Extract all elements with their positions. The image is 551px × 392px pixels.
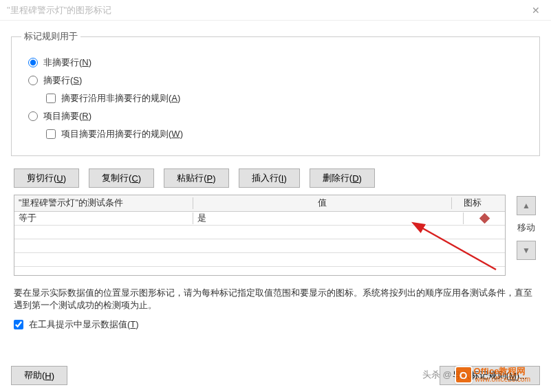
label-non-summary: 非摘要行(N) [43, 56, 91, 69]
cell-icon[interactable] [464, 215, 505, 222]
check-show-tooltip[interactable] [14, 320, 23, 329]
move-up-button[interactable]: ▲ [517, 196, 536, 215]
label-project-summary: 项目摘要(R) [43, 110, 91, 122]
cut-row-button[interactable]: 剪切行(U) [14, 168, 79, 188]
delete-row-button[interactable]: 删除行(D) [310, 168, 375, 188]
label-summary-inherit: 摘要行沿用非摘要行的规则(A) [61, 92, 180, 105]
table-row[interactable] [14, 239, 505, 253]
copy-row-button[interactable]: 复制行(C) [89, 168, 154, 188]
table-row[interactable] [14, 253, 505, 267]
rules-apply-fieldset: 标记规则用于 非摘要行(N) 摘要行(S) 摘要行沿用非摘要行的规则(A) 项目… [11, 30, 540, 156]
table-row[interactable]: 等于 是 [14, 212, 505, 226]
hint-text: 要在显示实际数据值的位置显示图形标记，请为每种标记指定取值范围和要显示的图标。系… [14, 287, 537, 312]
label-summary: 摘要行(S) [43, 74, 82, 87]
check-project-inherit[interactable] [46, 129, 56, 139]
label-show-tooltip: 在工具提示中显示数据值(T) [29, 318, 139, 331]
fieldset-legend: 标记规则用于 [21, 30, 80, 43]
cell-condition[interactable]: 等于 [14, 213, 193, 224]
col-value[interactable]: 值 [193, 197, 452, 209]
radio-summary[interactable] [28, 76, 38, 85]
titlebar: "里程碑警示灯"的图形标记 ✕ [0, 0, 551, 21]
cell-value[interactable]: 是 [193, 213, 464, 224]
move-label: 移动 [517, 222, 535, 234]
label-project-inherit: 项目摘要沿用摘要行的规则(W) [61, 128, 183, 140]
help-button[interactable]: 帮助(H) [11, 366, 67, 385]
radio-project-summary[interactable] [28, 111, 38, 121]
move-down-button[interactable]: ▼ [517, 241, 536, 260]
check-summary-inherit[interactable] [46, 94, 56, 103]
table-row[interactable] [14, 226, 505, 239]
import-rules-button[interactable]: 导入标记规则(M)... [440, 366, 540, 385]
window-title: "里程碑警示灯"的图形标记 [7, 4, 111, 17]
close-icon[interactable]: ✕ [528, 3, 544, 17]
paste-row-button[interactable]: 粘贴行(P) [164, 168, 228, 188]
col-condition[interactable]: "里程碑警示灯"的测试条件 [14, 197, 193, 209]
diamond-icon [479, 213, 490, 224]
rules-grid[interactable]: "里程碑警示灯"的测试条件 值 图标 等于 是 [14, 195, 506, 276]
insert-row-button[interactable]: 插入行(I) [239, 168, 300, 188]
radio-non-summary[interactable] [28, 58, 38, 67]
col-icon[interactable]: 图标 [452, 197, 493, 209]
